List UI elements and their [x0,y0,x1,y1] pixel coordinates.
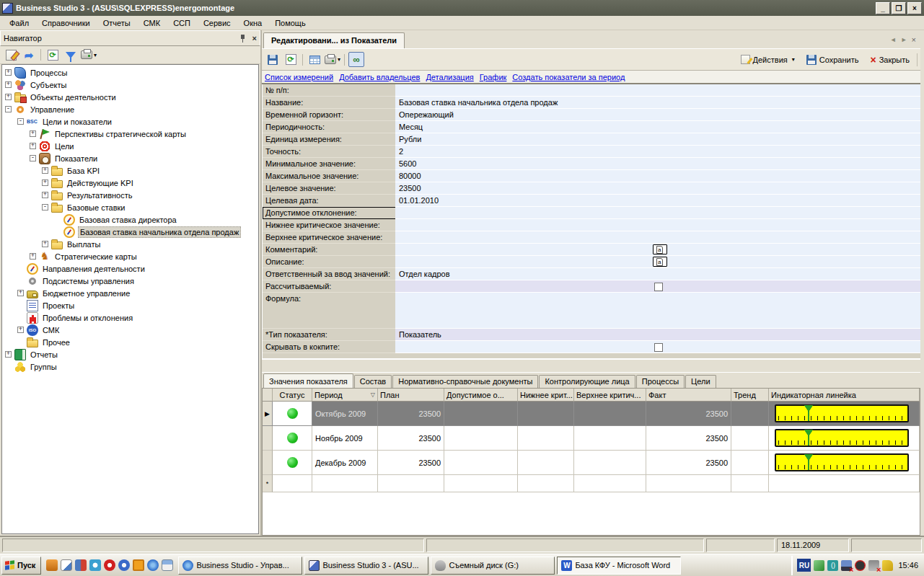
actions-button[interactable]: Действия▾ [736,53,799,66]
print-button[interactable]: ▾ [81,48,97,63]
link-graph[interactable]: График [480,73,507,81]
tree-item-problems[interactable]: Проблемы и отклонения [2,311,258,324]
network-error-icon[interactable] [841,560,852,571]
tolerance-cell[interactable] [444,426,518,451]
tolerance-cell[interactable] [444,475,518,492]
trend-cell[interactable] [731,402,769,426]
col-indicator-ruler[interactable]: Индикаторная линейка [769,389,920,402]
grid-row-december[interactable]: Декабрь 2009 23500 23500 [263,451,920,475]
fact-cell[interactable]: 23500 [646,426,731,451]
field-value-input[interactable]: 2 [395,146,920,158]
ruler-cell[interactable] [769,475,920,492]
plan-cell[interactable]: 23500 [378,402,444,426]
clock[interactable]: 15:46 [898,561,918,570]
expander-icon[interactable]: + [17,290,24,296]
volume-muted-icon[interactable] [855,560,866,571]
network-icon[interactable] [75,559,87,571]
hide-in-cockpit-checkbox[interactable] [654,343,663,352]
splitter[interactable] [262,358,920,373]
grid-row-october[interactable]: ▶ Октябрь 2009 23500 23500 [263,402,920,426]
clock-icon[interactable] [133,559,144,571]
home-icon[interactable] [46,559,58,571]
tree-item-indicators[interactable]: -Показатели [2,152,258,164]
menu-reports[interactable]: Отчеты [97,17,137,29]
upper-critical-cell[interactable] [574,402,646,426]
status-cell[interactable] [273,475,312,492]
col-plan[interactable]: План [378,389,444,402]
trend-cell[interactable] [731,426,769,451]
tree-item-active-kpi[interactable]: +Действующие KPI [2,177,258,189]
expander-icon[interactable]: + [30,143,36,149]
field-value-input[interactable]: a [395,256,920,268]
field-value-input[interactable]: a [395,244,920,256]
edit-description-button[interactable]: a [653,257,667,267]
expander-icon[interactable]: - [17,118,24,125]
tree-item-activity-directions[interactable]: Направления деятельности [2,262,258,275]
field-value-input[interactable]: Отдел кадров [395,268,920,280]
mail-icon[interactable] [162,559,173,571]
tree-item-kpi-base[interactable]: +База KPI [2,164,258,177]
expander-icon[interactable]: - [42,204,48,211]
menu-service[interactable]: Сервис [197,17,237,29]
col-lower-critical[interactable]: Нижнее крит... [518,389,574,402]
field-value-input[interactable] [395,207,920,219]
tab-regulatory-documents[interactable]: Нормативно-справочные документы [392,375,538,388]
tab-edit-indicator[interactable]: Редактировани... из Показатели [263,32,405,48]
tree-item-budget-management[interactable]: +Бюджетное управление [2,287,258,299]
lower-critical-cell[interactable] [518,402,574,426]
grid-new-row[interactable]: * [263,475,920,492]
tree-item-reports[interactable]: +Отчеты [2,348,258,360]
tree-item-management-subsystems[interactable]: Подсистемы управления [2,275,258,287]
menu-references[interactable]: Справочники [35,17,97,29]
field-value-input[interactable] [395,84,920,97]
col-trend[interactable]: Тренд [731,389,769,402]
ie-icon[interactable] [147,559,159,571]
col-status[interactable]: Статус [273,389,312,402]
period-cell[interactable] [312,475,378,492]
tab-next-icon[interactable]: ► [901,36,907,43]
restore-button[interactable]: ❐ [892,2,906,14]
fact-cell[interactable]: 23500 [646,451,731,475]
tab-indicator-values[interactable]: Значения показателя [263,373,353,388]
tab-goals[interactable]: Цели [685,375,716,388]
link-detailing[interactable]: Детализация [426,73,473,81]
language-indicator[interactable]: RU [797,559,811,572]
notes-icon[interactable] [61,559,72,571]
go-to-button[interactable]: ➦ [21,48,37,63]
tree-item-activity-objects[interactable]: +Объекты деятельности [2,91,258,103]
col-upper-critical[interactable]: Верхнее критич... [574,389,646,402]
menu-help[interactable]: Помощь [268,17,312,29]
expander-icon[interactable]: + [42,180,48,186]
link-add-owners[interactable]: Добавить владельцев [339,73,420,81]
tree-item-processes[interactable]: +Процессы [2,66,258,79]
tab-processes[interactable]: Процессы [636,375,685,388]
plan-cell[interactable] [378,475,444,492]
expander-icon[interactable]: - [30,155,36,161]
battery-icon[interactable] [882,560,893,571]
tree-item-base-rates[interactable]: -Базовые ставки [2,201,258,213]
wireless-error-icon[interactable] [868,560,879,571]
close-button[interactable]: × [907,2,922,14]
lower-critical-cell[interactable] [518,451,574,475]
field-value-input[interactable]: Рубли [395,133,920,146]
lower-critical-cell[interactable] [518,426,574,451]
expander-icon[interactable]: + [42,241,48,247]
fact-cell[interactable] [646,475,731,492]
refresh-button[interactable]: ⟳ [45,48,61,63]
menu-smk[interactable]: СМК [137,17,167,29]
tab-composition[interactable]: Состав [354,375,392,388]
expander-icon[interactable]: + [17,327,24,333]
tree-item-other[interactable]: Прочее [2,336,258,348]
filter-button[interactable] [63,48,79,63]
taskbar-item-word[interactable]: WБаза КФУ - Microsoft Word [557,557,681,575]
tolerance-cell[interactable] [444,451,518,475]
expander-icon[interactable]: + [5,351,12,358]
taskbar-item-browser[interactable]: Business Studio - Управ... [178,557,302,575]
grid-row-november[interactable]: Ноябрь 2009 23500 23500 [263,426,920,451]
tree-item-strategy-maps[interactable]: +♞Стратегические карты [2,250,258,262]
tree-item-goals-indicators[interactable]: -BSCЦели и показатели [2,115,258,128]
navigator-close-icon[interactable]: × [252,34,257,43]
field-value-input[interactable]: 5600 [395,158,920,170]
print-button[interactable]: ▾ [325,52,340,67]
pin-icon[interactable] [239,34,247,43]
